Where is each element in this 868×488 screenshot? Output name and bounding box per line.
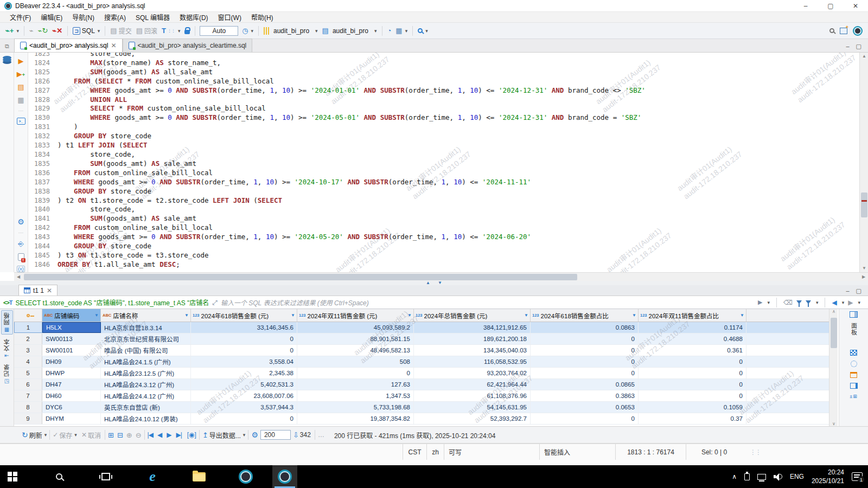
grid-column-header[interactable]: 1232024年双11销售金额占比▼ bbox=[639, 309, 746, 322]
internet-explorer-icon[interactable]: e bbox=[140, 465, 165, 488]
execute-script-icon[interactable]: ▤ bbox=[17, 83, 24, 91]
more-icon[interactable]: … bbox=[318, 431, 324, 439]
table-cell[interactable]: 127.63 bbox=[297, 379, 414, 390]
apply-filter-icon[interactable]: ▶ bbox=[758, 299, 762, 306]
table-row[interactable]: 1H5LXHLA京东自营18.3.1433,146,345.645,093,58… bbox=[14, 322, 829, 333]
row-number[interactable]: 3 bbox=[14, 345, 42, 356]
column-filter-icon[interactable]: ▼ bbox=[94, 313, 99, 318]
collapse-down-icon[interactable]: ▼ bbox=[438, 281, 442, 285]
table-cell[interactable]: SW00101 bbox=[42, 345, 101, 356]
menu-item[interactable]: 搜索(A) bbox=[100, 11, 130, 23]
editor-horizontal-scrollbar[interactable]: ◀ ▶ bbox=[14, 272, 868, 281]
reconnect-icon[interactable]: ⌁↻ bbox=[36, 25, 50, 36]
database-navigator-icon[interactable] bbox=[3, 56, 11, 60]
row-number[interactable]: 9 bbox=[14, 413, 42, 424]
table-cell[interactable]: 0.361 bbox=[639, 345, 746, 356]
filter-expression-text[interactable]: SELECT t1.store_code AS "店铺编码", t1.store… bbox=[16, 298, 209, 307]
table-cell[interactable]: 唯品会 (中国) 有限公司 bbox=[101, 345, 191, 356]
sql-editor-button[interactable]: ⊐SQL▾ bbox=[71, 26, 102, 36]
table-cell[interactable]: 英氏京东自营店 (新) bbox=[101, 402, 191, 413]
usb-tray-icon[interactable] bbox=[744, 473, 750, 480]
minimize-results-icon[interactable]: – bbox=[846, 287, 849, 294]
row-number[interactable]: 2 bbox=[14, 333, 42, 344]
volume-tray-icon[interactable] bbox=[774, 473, 782, 480]
table-cell[interactable]: 0 bbox=[531, 345, 639, 356]
table-cell[interactable]: DHWP bbox=[42, 368, 101, 378]
column-filter-icon[interactable]: ▼ bbox=[184, 313, 189, 318]
table-row[interactable]: 6DH47HLA唯品会24.3.12 (广州)5,402,531.3127.63… bbox=[14, 379, 829, 390]
table-cell[interactable]: 54,145,631.95 bbox=[414, 402, 531, 413]
maximize-results-icon[interactable]: ▢ bbox=[856, 287, 861, 294]
table-cell[interactable]: 0 bbox=[531, 356, 639, 367]
table-cell[interactable]: 61,108,376.96 bbox=[414, 390, 531, 401]
record-mode-icon[interactable] bbox=[851, 361, 857, 367]
edit-add-icon[interactable]: ⊞ bbox=[108, 431, 114, 439]
fetch-all-icon[interactable]: ⇩ bbox=[293, 431, 299, 439]
table-cell[interactable]: 0.37 bbox=[639, 413, 746, 424]
table-cell[interactable]: DH09 bbox=[42, 356, 101, 367]
dbeaver-taskbar-icon[interactable] bbox=[233, 465, 258, 488]
export-result-icon[interactable]: ⎆ bbox=[18, 240, 23, 248]
table-cell[interactable]: 0 bbox=[531, 413, 639, 424]
menu-item[interactable]: 数据库(D) bbox=[175, 11, 213, 23]
table-row[interactable]: 5DHWPHLA唯品会23.12.5 (广州)2,345.38093,203,7… bbox=[14, 368, 829, 379]
sql-console-icon[interactable]: >_ bbox=[17, 118, 25, 125]
column-filter-icon[interactable]: ▼ bbox=[632, 313, 636, 318]
disconnect-icon[interactable]: ⌁✕ bbox=[50, 25, 65, 36]
task-view-icon[interactable] bbox=[93, 465, 118, 488]
result-tab-close-icon[interactable]: ✕ bbox=[47, 287, 52, 294]
fetch-size-input[interactable]: 200 bbox=[260, 430, 291, 440]
schema-selector[interactable]: ▤audit_bi_pro▾ bbox=[320, 25, 379, 36]
start-button[interactable] bbox=[0, 465, 25, 488]
connect-icon[interactable]: ⌁ bbox=[27, 25, 36, 36]
column-filter-icon[interactable]: ▼ bbox=[740, 313, 744, 318]
transaction-log-icon[interactable]: T⋮⋮▾ bbox=[159, 25, 182, 36]
table-cell[interactable]: 48,496,582.13 bbox=[297, 345, 414, 356]
file-explorer-icon[interactable] bbox=[187, 465, 212, 488]
filter-settings-icon[interactable] bbox=[796, 300, 802, 304]
window-minimize-button[interactable]: – bbox=[793, 0, 818, 12]
tray-expand-icon[interactable]: ∧ bbox=[732, 473, 737, 480]
tab-analysis-sql[interactable]: <audit_bi_pro> analysis.sql ✕ bbox=[14, 38, 123, 52]
tab-close-icon[interactable]: ✕ bbox=[111, 42, 116, 49]
input-language-indicator[interactable]: ENG bbox=[790, 473, 804, 480]
row-number[interactable]: 4 bbox=[14, 356, 42, 367]
table-cell[interactable]: 0 bbox=[297, 368, 414, 378]
filter-placeholder[interactable]: 输入一个 SQL 表达式来过滤结果 (使用 Ctrl+Space) bbox=[221, 298, 369, 307]
table-row[interactable]: 4DH09HLA唯品会24.1.5 (广州)3,558.04508116,058… bbox=[14, 356, 829, 368]
window-maximize-button[interactable]: ▢ bbox=[818, 0, 843, 12]
edit-copy-icon[interactable]: ⊟ bbox=[117, 431, 123, 439]
column-filter-icon[interactable]: ▼ bbox=[291, 313, 295, 318]
table-cell[interactable]: 1,347.53 bbox=[297, 390, 414, 401]
history-back-icon[interactable]: ◀ bbox=[832, 299, 837, 306]
table-cell[interactable]: 0 bbox=[191, 345, 297, 356]
scrollbar-thumb[interactable] bbox=[24, 274, 577, 280]
table-cell[interactable]: 北京京东世纪贸易有限公司 bbox=[101, 333, 191, 344]
table-cell[interactable]: 33,146,345.6 bbox=[191, 322, 297, 333]
table-cell[interactable]: 508 bbox=[297, 356, 414, 367]
row-number[interactable]: 7 bbox=[14, 390, 42, 401]
execute-statement-icon[interactable]: ▶ bbox=[18, 57, 24, 65]
table-cell[interactable]: HLA唯品会24.1.5 (广州) bbox=[101, 356, 191, 367]
table-cell[interactable]: 52,393,292.7 bbox=[414, 413, 531, 424]
export-icon[interactable]: ↥ bbox=[202, 431, 208, 439]
table-cell[interactable]: 88,901,581.15 bbox=[297, 333, 414, 344]
panel-config-icon[interactable] bbox=[850, 311, 858, 318]
table-cell[interactable]: 189,621,200.18 bbox=[414, 333, 531, 344]
minimize-editor-icon[interactable]: – bbox=[846, 43, 849, 50]
split-panel-icon[interactable] bbox=[850, 383, 858, 389]
nav-first-icon[interactable]: |◀ bbox=[148, 431, 153, 439]
row-number[interactable]: 5 bbox=[14, 368, 42, 378]
result-tab-t1[interactable]: t1 1 ✕ bbox=[18, 285, 58, 296]
table-cell[interactable]: H5LX bbox=[42, 322, 101, 333]
result-view-tab-2[interactable]: 文本⇤ bbox=[2, 337, 12, 360]
result-view-tab-3[interactable]: 记录◳ bbox=[2, 362, 12, 386]
table-cell[interactable]: 3,537,944.3 bbox=[191, 402, 297, 413]
table-cell[interactable]: 0.1174 bbox=[639, 322, 746, 333]
filter-save-icon[interactable] bbox=[806, 300, 811, 304]
dashboard-icon[interactable]: ◔ bbox=[385, 26, 394, 35]
editor-results-splitter[interactable]: ▲ ▼ bbox=[0, 281, 868, 285]
compare-icon[interactable]: ▦▾ bbox=[393, 26, 410, 35]
menu-item[interactable]: SQL 编辑器 bbox=[131, 11, 174, 23]
table-cell[interactable]: 0 bbox=[639, 379, 746, 390]
